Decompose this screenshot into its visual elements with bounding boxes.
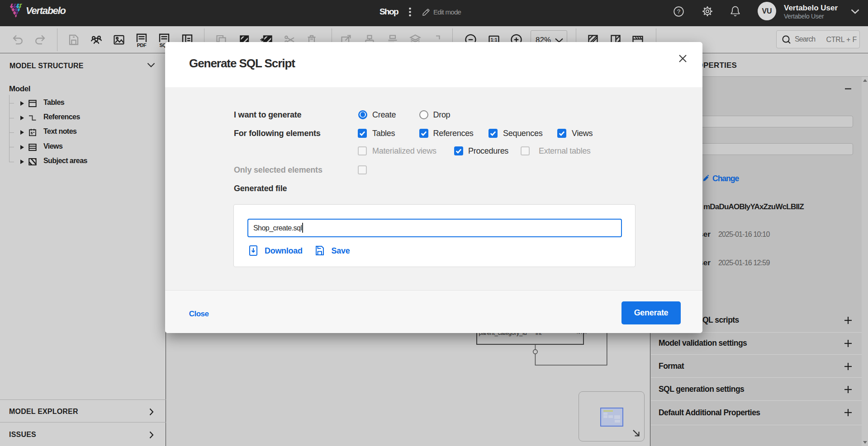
svg-text:PDF: PDF [137, 42, 147, 48]
svg-text:?: ? [677, 8, 681, 15]
